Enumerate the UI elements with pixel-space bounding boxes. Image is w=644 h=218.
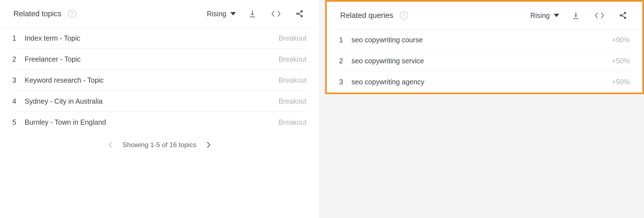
queries-list: 1 seo copywriting course +90% 2 seo copy…	[327, 29, 642, 92]
rank: 1	[339, 36, 351, 44]
item-value: +90%	[612, 36, 630, 44]
list-item[interactable]: 2 Freelancer - Topic Breakout	[12, 49, 307, 70]
code-icon	[271, 10, 281, 17]
list-item[interactable]: 1 seo copywriting course +90%	[339, 29, 630, 50]
sort-label: Rising	[530, 11, 550, 20]
share-icon	[295, 10, 304, 18]
embed-button[interactable]	[592, 8, 606, 22]
rank: 3	[12, 76, 25, 84]
svg-point-4	[620, 14, 622, 17]
pager-status: Showing 1-5 of 16 topics	[123, 141, 196, 149]
list-item[interactable]: 5 Burnley - Town in England Breakout	[12, 112, 307, 133]
related-topics-panel: Related topics ? Rising 1 Index term - T…	[0, 0, 319, 218]
share-button[interactable]	[293, 7, 307, 21]
next-page-button[interactable]	[204, 140, 214, 150]
code-icon	[595, 12, 604, 19]
item-value: Breakout	[279, 55, 307, 63]
item-label: seo copywriting service	[351, 57, 612, 65]
item-label: Sydney - City in Australia	[25, 97, 279, 105]
panel-header: Related queries ? Rising	[327, 2, 642, 29]
item-label: seo copywriting course	[351, 36, 612, 44]
rank: 2	[339, 57, 351, 65]
item-value: Breakout	[279, 97, 307, 105]
list-item[interactable]: 1 Index term - Topic Breakout	[12, 28, 307, 49]
rank: 4	[12, 97, 25, 105]
item-label: Index term - Topic	[25, 34, 279, 42]
rank: 1	[12, 34, 25, 42]
chevron-right-icon	[207, 141, 211, 149]
item-label: Freelancer - Topic	[25, 55, 279, 63]
list-item[interactable]: 3 Keyword research - Topic Breakout	[12, 70, 307, 91]
pager: Showing 1-5 of 16 topics	[0, 133, 319, 157]
sort-dropdown[interactable]: Rising	[207, 10, 236, 18]
panel-header: Related topics ? Rising	[0, 0, 319, 27]
chevron-down-icon	[554, 14, 559, 17]
item-label: seo copywriting agency	[351, 78, 612, 86]
embed-button[interactable]	[269, 7, 283, 21]
share-button[interactable]	[616, 8, 630, 22]
panel-title: Related queries	[340, 11, 393, 20]
rank: 3	[339, 78, 351, 86]
download-icon	[572, 11, 580, 20]
item-label: Burnley - Town in England	[25, 118, 279, 126]
help-icon[interactable]: ?	[67, 9, 77, 19]
help-icon[interactable]: ?	[399, 10, 409, 20]
panel-title: Related topics	[13, 10, 61, 18]
share-icon	[619, 11, 627, 20]
rank: 2	[12, 55, 25, 63]
item-value: Breakout	[279, 118, 307, 126]
rank: 5	[12, 118, 25, 126]
item-label: Keyword research - Topic	[25, 76, 279, 84]
chevron-down-icon	[230, 12, 236, 15]
item-value: Breakout	[279, 76, 307, 84]
download-icon	[248, 10, 257, 18]
related-queries-panel: Related queries ? Rising 1	[325, 0, 644, 94]
item-value: Breakout	[279, 34, 307, 42]
sort-dropdown[interactable]: Rising	[530, 11, 559, 20]
download-button[interactable]	[569, 8, 583, 22]
sort-label: Rising	[207, 10, 226, 18]
download-button[interactable]	[245, 7, 259, 21]
topics-list: 1 Index term - Topic Breakout 2 Freelanc…	[0, 27, 319, 133]
item-value: +50%	[612, 57, 630, 65]
svg-point-1	[296, 13, 299, 15]
list-item[interactable]: 4 Sydney - City in Australia Breakout	[12, 91, 307, 112]
list-item[interactable]: 2 seo copywriting service +50%	[339, 50, 630, 71]
item-value: +50%	[612, 78, 630, 86]
list-item[interactable]: 3 seo copywriting agency +50%	[339, 71, 630, 92]
related-queries-wrap: Related queries ? Rising 1	[325, 0, 644, 218]
chevron-left-icon	[108, 141, 112, 149]
prev-page-button	[105, 140, 115, 150]
